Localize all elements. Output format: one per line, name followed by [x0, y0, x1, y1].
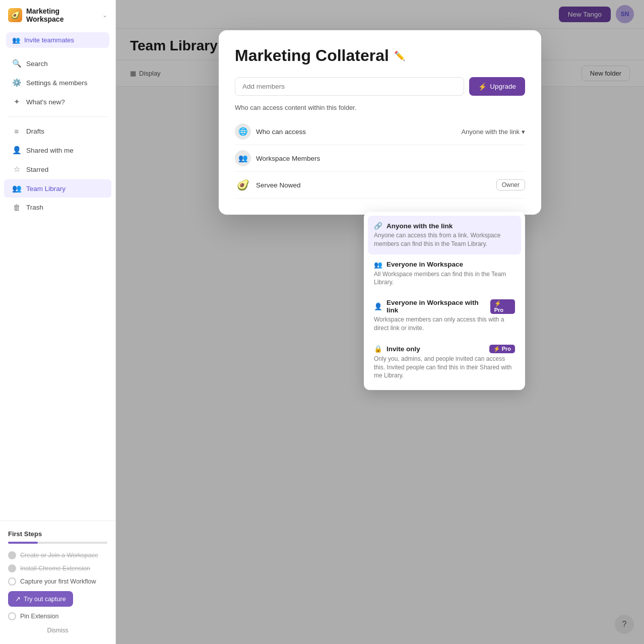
- drafts-icon: ≡: [12, 127, 21, 136]
- sidebar-item-label: Team Library: [26, 185, 66, 192]
- person-link-icon: 👤: [374, 302, 382, 310]
- sidebar-nav-starred[interactable]: ☆ Starred: [4, 160, 111, 178]
- step-circle-empty: [8, 612, 16, 620]
- sidebar-nav-settings[interactable]: ⚙️ Settings & members: [4, 74, 111, 92]
- workspace-chevron-icon: ⌄: [102, 12, 107, 19]
- chevron-down-icon: ▾: [522, 128, 525, 136]
- star-icon: ☆: [12, 165, 21, 174]
- team-library-icon: 👥: [12, 184, 21, 193]
- sidebar-item-label: Search: [26, 60, 48, 68]
- dropdown-option-invite-only[interactable]: 🔒 Invite only ⚡ Pro Only you, admins, an…: [368, 339, 521, 386]
- first-steps-label: First Steps: [0, 527, 115, 540]
- try-capture-label: Try out capture: [24, 596, 66, 603]
- lock-icon: 🔒: [374, 345, 382, 353]
- upgrade-button[interactable]: ⚡ Upgrade: [469, 77, 525, 96]
- group-icon: 👥: [374, 261, 382, 269]
- trash-icon: 🗑: [12, 203, 21, 212]
- user-name-label: Servee Nowed: [256, 181, 301, 189]
- step-pin-extension: Pin Extension: [0, 610, 115, 623]
- access-dropdown-panel: 🔗 Anyone with the link Anyone can access…: [364, 212, 525, 390]
- workspace-name: Marketing Workspace: [26, 7, 98, 23]
- search-icon: 🔍: [12, 59, 21, 68]
- pro-badge: ⚡ Pro: [490, 299, 515, 314]
- try-capture-button[interactable]: ↗ Try out capture: [8, 591, 73, 607]
- progress-bar-container: [8, 542, 107, 544]
- workspace-icon: 🥑: [8, 8, 22, 22]
- dropdown-option-title: 🔒 Invite only ⚡ Pro: [374, 345, 515, 353]
- modal-title: Marketing Collateral: [235, 46, 389, 65]
- dropdown-option-title: 👤 Everyone in Workspace with link ⚡ Pro: [374, 299, 515, 314]
- modal-overlay[interactable]: Marketing Collateral ✏️ ⚡ Upgrade Who ca…: [116, 0, 644, 644]
- sidebar-nav-drafts[interactable]: ≡ Drafts: [4, 122, 111, 140]
- current-access-label: Anyone with the link: [461, 128, 520, 136]
- invite-label: Invite teammates: [24, 36, 74, 44]
- dropdown-option-title: 🔗 Anyone with the link: [374, 222, 515, 230]
- modal-add-row: ⚡ Upgrade: [235, 77, 525, 96]
- workspace-selector[interactable]: 🥑 Marketing Workspace ⌄: [0, 0, 115, 30]
- sidebar-bottom: First Steps Create or Join a Workspace I…: [0, 521, 115, 644]
- step-create-workspace: Create or Join a Workspace: [0, 549, 115, 562]
- pro-badge: ⚡ Pro: [489, 345, 515, 353]
- invite-icon: 👥: [12, 36, 20, 44]
- step-circle-done: [8, 551, 16, 559]
- step-circle-empty: [8, 577, 16, 586]
- upgrade-icon: ⚡: [478, 83, 487, 91]
- sidebar-item-label: Starred: [26, 166, 48, 173]
- owner-badge: Owner: [496, 179, 525, 190]
- sidebar-item-label: Settings & members: [26, 79, 88, 87]
- dropdown-option-desc: All Workspace members can find this in t…: [374, 270, 515, 287]
- shared-icon: 👤: [12, 146, 21, 155]
- link-icon: 🔗: [374, 222, 382, 230]
- dismiss-button[interactable]: Dismiss: [0, 623, 115, 638]
- dropdown-option-desc: Workspace members can only access this w…: [374, 315, 515, 333]
- dropdown-option-everyone-workspace-link[interactable]: 👤 Everyone in Workspace with link ⚡ Pro …: [368, 293, 521, 339]
- step-capture-workflow: Capture your first Workflow: [0, 575, 115, 588]
- sidebar-nav-trash[interactable]: 🗑 Trash: [4, 199, 111, 216]
- sidebar-divider: [8, 116, 107, 117]
- workspace-members-label: Workspace Members: [256, 155, 320, 162]
- sidebar-item-label: Drafts: [26, 127, 44, 135]
- who-can-access-label: Who can access: [256, 128, 306, 136]
- step-install-extension: Install Chrome Extension: [0, 562, 115, 575]
- workspace-members-row: 👥 Workspace Members: [235, 145, 525, 172]
- sidebar-item-label: Trash: [26, 204, 43, 211]
- access-dropdown[interactable]: Anyone with the link ▾: [461, 128, 525, 136]
- servee-nowed-left: 🥑 Servee Nowed: [235, 177, 301, 193]
- user-avatar-icon: 🥑: [235, 177, 251, 193]
- dropdown-option-everyone-workspace[interactable]: 👥 Everyone in Workspace All Workspace me…: [368, 254, 521, 293]
- step-circle-done: [8, 564, 16, 572]
- sidebar-nav-shared[interactable]: 👤 Shared with me: [4, 141, 111, 159]
- folder-settings-modal: Marketing Collateral ✏️ ⚡ Upgrade Who ca…: [219, 30, 541, 215]
- add-members-input[interactable]: [235, 77, 464, 96]
- progress-bar-fill: [8, 542, 38, 544]
- main-content: New Tango SN Team Library ▦ Display New …: [116, 0, 644, 644]
- dropdown-option-desc: Only you, admins, and people invited can…: [374, 355, 515, 380]
- upgrade-label: Upgrade: [490, 83, 516, 90]
- modal-title-row: Marketing Collateral ✏️: [235, 46, 525, 65]
- edit-icon[interactable]: ✏️: [394, 50, 405, 61]
- workspace-members-left: 👥 Workspace Members: [235, 150, 320, 166]
- sidebar-nav-whats-new[interactable]: ✦ What's new?: [4, 93, 111, 111]
- servee-nowed-row: 🥑 Servee Nowed Owner: [235, 172, 525, 199]
- sidebar: 🥑 Marketing Workspace ⌄ 👥 Invite teammat…: [0, 0, 116, 644]
- who-can-access-row: 🌐 Who can access Anyone with the link ▾: [235, 118, 525, 145]
- access-globe-icon: 🌐: [235, 123, 251, 140]
- sidebar-nav-team-library[interactable]: 👥 Team Library: [4, 179, 111, 198]
- dropdown-option-anyone-link[interactable]: 🔗 Anyone with the link Anyone can access…: [368, 216, 521, 254]
- who-can-access-left: 🌐 Who can access: [235, 123, 306, 140]
- dropdown-option-desc: Anyone can access this from a link. Work…: [374, 231, 515, 248]
- workspace-members-icon: 👥: [235, 150, 251, 166]
- settings-icon: ⚙️: [12, 78, 21, 87]
- sidebar-item-label: What's new?: [26, 98, 65, 106]
- dropdown-option-title: 👥 Everyone in Workspace: [374, 261, 515, 269]
- sidebar-nav-search[interactable]: 🔍 Search: [4, 54, 111, 73]
- whats-new-icon: ✦: [12, 97, 21, 106]
- external-link-icon: ↗: [15, 595, 21, 603]
- access-info-text: Who can access content within this folde…: [235, 104, 525, 111]
- invite-teammates-button[interactable]: 👥 Invite teammates: [6, 32, 109, 48]
- sidebar-item-label: Shared with me: [26, 147, 74, 154]
